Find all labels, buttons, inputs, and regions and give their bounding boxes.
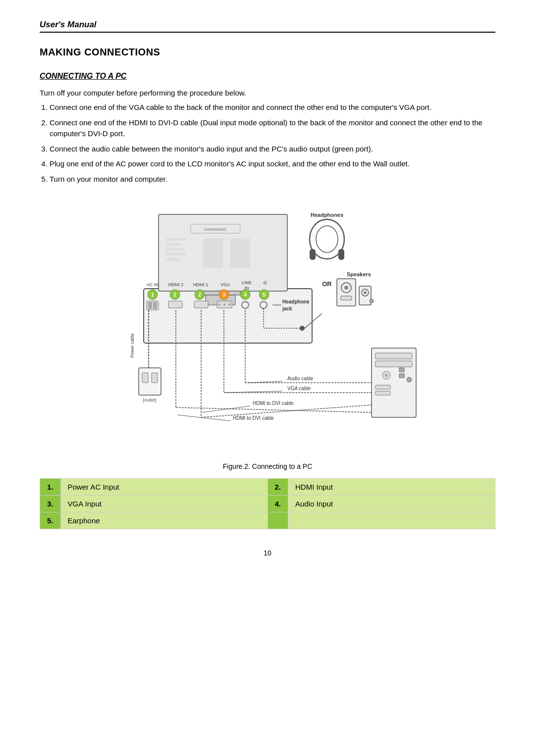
svg-text:1: 1 bbox=[151, 292, 154, 298]
page-number: 10 bbox=[40, 549, 495, 557]
svg-text:HDMI 2: HDMI 2 bbox=[168, 282, 184, 287]
svg-rect-76 bbox=[375, 385, 390, 389]
svg-rect-73 bbox=[375, 361, 412, 367]
legend-label-5: Earphone bbox=[60, 512, 268, 529]
step-5: Turn on your monitor and computer. bbox=[50, 174, 495, 185]
svg-text:[outlet]: [outlet] bbox=[143, 398, 156, 403]
svg-line-83 bbox=[201, 405, 372, 417]
svg-text:Headphone: Headphone bbox=[282, 299, 310, 304]
svg-text:HDMI 1: HDMI 1 bbox=[193, 282, 209, 287]
svg-point-38 bbox=[218, 303, 220, 305]
section-title: MAKING CONNECTIONS bbox=[40, 47, 495, 58]
svg-rect-34 bbox=[153, 302, 157, 309]
svg-point-95 bbox=[300, 326, 305, 331]
legend-num-6 bbox=[268, 512, 288, 529]
svg-rect-72 bbox=[375, 353, 412, 359]
page-header: User's Manual bbox=[40, 20, 495, 33]
svg-text:4: 4 bbox=[244, 292, 247, 298]
svg-rect-10 bbox=[230, 238, 250, 268]
legend-label-2: HDMI Input bbox=[288, 479, 495, 496]
svg-point-59 bbox=[370, 299, 374, 303]
svg-rect-49 bbox=[310, 249, 316, 260]
svg-rect-33 bbox=[148, 302, 152, 309]
diagram-container: VIEWSONIC AC IN HDMI 2 HDMI 1 VGA LINE I… bbox=[40, 200, 495, 458]
svg-point-80 bbox=[407, 377, 412, 382]
connection-diagram: VIEWSONIC AC IN HDMI 2 HDMI 1 VGA LINE I… bbox=[94, 200, 441, 458]
svg-text:AC IN: AC IN bbox=[147, 282, 159, 287]
step-4: Plug one end of the AC power cord to the… bbox=[50, 158, 495, 170]
svg-text:3: 3 bbox=[222, 292, 225, 298]
svg-rect-7 bbox=[166, 253, 186, 255]
svg-rect-77 bbox=[375, 391, 390, 395]
svg-rect-65 bbox=[152, 373, 158, 383]
legend-label-4: Audio Input bbox=[288, 496, 495, 512]
svg-rect-4 bbox=[166, 238, 186, 241]
svg-text:Headphones: Headphones bbox=[311, 212, 343, 218]
legend-label-6 bbox=[288, 512, 495, 529]
svg-rect-50 bbox=[338, 249, 344, 260]
svg-point-58 bbox=[364, 291, 367, 294]
svg-text:jack: jack bbox=[282, 306, 292, 311]
svg-rect-5 bbox=[166, 243, 181, 246]
svg-text:Audio cable: Audio cable bbox=[287, 376, 314, 381]
legend-num-3: 3. bbox=[40, 496, 61, 512]
svg-text:VGA cable: VGA cable bbox=[287, 386, 311, 391]
legend-num-2: 2. bbox=[268, 479, 288, 496]
svg-text:OR: OR bbox=[322, 280, 332, 288]
svg-text:VIEWSONIC: VIEWSONIC bbox=[204, 227, 227, 232]
subsection-title: CONNECTING TO A PC bbox=[40, 72, 495, 81]
svg-text:2: 2 bbox=[198, 292, 201, 298]
svg-rect-36 bbox=[194, 301, 208, 308]
svg-rect-64 bbox=[142, 373, 148, 383]
steps-list: Connect one end of the VGA cable to the … bbox=[50, 102, 495, 185]
svg-rect-6 bbox=[166, 248, 183, 251]
svg-rect-55 bbox=[341, 296, 352, 300]
svg-rect-35 bbox=[168, 301, 182, 308]
step-1: Connect one end of the VGA cable to the … bbox=[50, 102, 495, 113]
legend-label-3: VGA Input bbox=[60, 496, 268, 512]
svg-text:Power cable: Power cable bbox=[130, 333, 135, 358]
step-2: Connect one end of the HDMI to DVI-D cab… bbox=[50, 117, 495, 140]
svg-point-48 bbox=[316, 226, 338, 252]
svg-text:VGA: VGA bbox=[220, 282, 230, 287]
step-3: Connect the audio cable between the moni… bbox=[50, 144, 495, 155]
svg-rect-9 bbox=[203, 238, 223, 268]
svg-point-54 bbox=[344, 286, 348, 290]
svg-rect-78 bbox=[399, 368, 404, 372]
svg-line-84 bbox=[176, 407, 372, 412]
legend-num-4: 4. bbox=[268, 496, 288, 512]
legend-row-3: 5.Earphone bbox=[40, 512, 495, 529]
svg-point-75 bbox=[385, 374, 388, 377]
svg-text:Speakers: Speakers bbox=[347, 271, 371, 277]
svg-text:HDMI to DVI cable: HDMI to DVI cable bbox=[233, 415, 274, 421]
svg-point-40 bbox=[228, 303, 230, 305]
figure-caption: Figure.2. Connecting to a PC bbox=[40, 462, 495, 470]
legend-table: 1.Power AC Input2.HDMI Input3.VGA Input4… bbox=[40, 478, 495, 529]
svg-text:HDMI to DVI cable: HDMI to DVI cable bbox=[253, 401, 294, 406]
legend-row-2: 3.VGA Input4.Audio Input bbox=[40, 496, 495, 512]
legend-num-1: 1. bbox=[40, 479, 61, 496]
svg-text:2: 2 bbox=[173, 292, 176, 298]
svg-point-39 bbox=[223, 303, 225, 305]
svg-text:5: 5 bbox=[263, 292, 266, 298]
svg-rect-8 bbox=[166, 258, 178, 260]
manual-title: User's Manual bbox=[40, 20, 97, 30]
legend-num-5: 5. bbox=[40, 512, 61, 529]
legend-label-1: Power AC Input bbox=[60, 479, 268, 496]
svg-rect-79 bbox=[399, 374, 404, 378]
intro-text: Turn off your computer before performing… bbox=[40, 89, 495, 97]
svg-text:LINE: LINE bbox=[242, 280, 252, 285]
svg-text:Ω: Ω bbox=[264, 280, 267, 285]
legend-row-1: 1.Power AC Input2.HDMI Input bbox=[40, 479, 495, 496]
